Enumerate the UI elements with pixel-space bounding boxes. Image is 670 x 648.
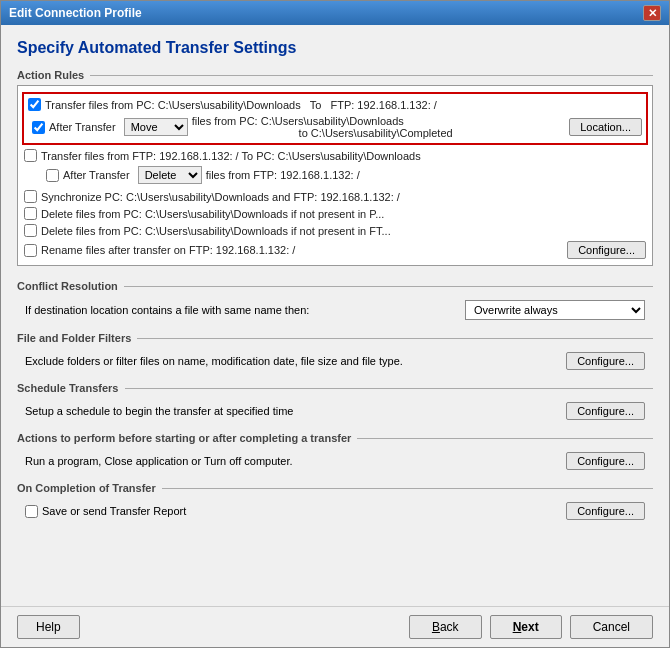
titlebar-title: Edit Connection Profile	[9, 6, 142, 20]
rule1-action-select[interactable]: Move Delete Nothing	[124, 118, 188, 136]
on-completion-label: On Completion of Transfer	[17, 482, 653, 494]
footer: Help Back Next Cancel	[1, 606, 669, 647]
action-rules-label: Action Rules	[17, 69, 653, 81]
filter-row: Exclude folders or filter files on name,…	[17, 348, 653, 374]
action-rules-box: Transfer files from PC: C:\Users\usabili…	[17, 85, 653, 266]
rule2-text: Transfer files from FTP: 192.168.1.132: …	[41, 150, 421, 162]
rule1-after-transfer-label: After Transfer	[49, 121, 116, 133]
rule6-checkbox[interactable]	[24, 244, 37, 257]
rule-row-6: Rename files after transfer on FTP: 192.…	[22, 239, 648, 261]
footer-nav: Back Next Cancel	[409, 615, 653, 639]
completion-checkbox-label: Save or send Transfer Report	[25, 505, 566, 518]
rule1-checkbox[interactable]	[28, 98, 41, 111]
on-completion-section: On Completion of Transfer Save or send T…	[17, 482, 653, 524]
conflict-resolution-section: Conflict Resolution If destination locat…	[17, 280, 653, 324]
rule1-sub-text: files from PC: C:\Users\usability\Downlo…	[192, 115, 453, 139]
actions-configure-button[interactable]: Configure...	[566, 452, 645, 470]
rule6-text: Rename files after transfer on FTP: 192.…	[41, 244, 295, 256]
filter-description: Exclude folders or filter files on name,…	[25, 355, 566, 367]
completion-configure-button[interactable]: Configure...	[566, 502, 645, 520]
action-rules-section: Action Rules Transfer files from PC: C:\…	[17, 69, 653, 272]
schedule-description: Setup a schedule to begin the transfer a…	[25, 405, 566, 417]
edit-connection-profile-window: Edit Connection Profile ✕ Specify Automa…	[0, 0, 670, 648]
rule1-after-transfer-checkbox[interactable]	[32, 121, 45, 134]
action-row: Run a program, Close application or Turn…	[17, 448, 653, 474]
rule4-checkbox[interactable]	[24, 207, 37, 220]
rule-row-3: Synchronize PC: C:\Users\usability\Downl…	[22, 188, 648, 205]
back-button[interactable]: Back	[409, 615, 482, 639]
actions-before-after-label: Actions to perform before starting or af…	[17, 432, 653, 444]
action-description: Run a program, Close application or Turn…	[25, 455, 566, 467]
rule2-sub-text: files from FTP: 192.168.1.132: /	[206, 169, 360, 181]
conflict-row: If destination location contains a file …	[17, 296, 653, 324]
rule4-text: Delete files from PC: C:\Users\usability…	[41, 208, 384, 220]
cancel-button[interactable]: Cancel	[570, 615, 653, 639]
rule1-text: Transfer files from PC: C:\Users\usabili…	[45, 99, 437, 111]
help-button[interactable]: Help	[17, 615, 80, 639]
page-title: Specify Automated Transfer Settings	[17, 39, 653, 57]
rule2-checkbox[interactable]	[24, 149, 37, 162]
next-button[interactable]: Next	[490, 615, 562, 639]
filters-configure-button[interactable]: Configure...	[566, 352, 645, 370]
rule2-action-select[interactable]: Delete Move Nothing	[138, 166, 202, 184]
rule3-text: Synchronize PC: C:\Users\usability\Downl…	[41, 191, 400, 203]
rule3-checkbox[interactable]	[24, 190, 37, 203]
completion-checkbox[interactable]	[25, 505, 38, 518]
rule2-after-transfer-checkbox[interactable]	[46, 169, 59, 182]
schedule-transfers-section: Schedule Transfers Setup a schedule to b…	[17, 382, 653, 424]
close-button[interactable]: ✕	[643, 5, 661, 21]
schedule-transfers-label: Schedule Transfers	[17, 382, 653, 394]
location-button[interactable]: Location...	[569, 118, 642, 136]
conflict-resolution-select[interactable]: Overwrite always Skip Ask Overwrite if n…	[465, 300, 645, 320]
rule2-sub-row: After Transfer Delete Move Nothing files…	[22, 164, 648, 186]
titlebar: Edit Connection Profile ✕	[1, 1, 669, 25]
rule2-after-transfer-label: After Transfer	[63, 169, 130, 181]
schedule-row: Setup a schedule to begin the transfer a…	[17, 398, 653, 424]
actions-before-after-section: Actions to perform before starting or af…	[17, 432, 653, 474]
file-folder-filters-label: File and Folder Filters	[17, 332, 653, 344]
rule-group-2: Transfer files from FTP: 192.168.1.132: …	[22, 147, 648, 186]
rule-row-2: Transfer files from FTP: 192.168.1.132: …	[22, 147, 648, 164]
file-folder-filters-section: File and Folder Filters Exclude folders …	[17, 332, 653, 374]
rule-row-1: Transfer files from PC: C:\Users\usabili…	[22, 92, 648, 145]
rename-configure-button[interactable]: Configure...	[567, 241, 646, 259]
main-content: Specify Automated Transfer Settings Acti…	[1, 25, 669, 606]
rule-row-4: Delete files from PC: C:\Users\usability…	[22, 205, 648, 222]
schedule-configure-button[interactable]: Configure...	[566, 402, 645, 420]
rule-row-5: Delete files from PC: C:\Users\usability…	[22, 222, 648, 239]
conflict-description: If destination location contains a file …	[25, 304, 465, 316]
rule5-checkbox[interactable]	[24, 224, 37, 237]
rule5-text: Delete files from PC: C:\Users\usability…	[41, 225, 391, 237]
conflict-resolution-label: Conflict Resolution	[17, 280, 653, 292]
completion-row: Save or send Transfer Report Configure..…	[17, 498, 653, 524]
